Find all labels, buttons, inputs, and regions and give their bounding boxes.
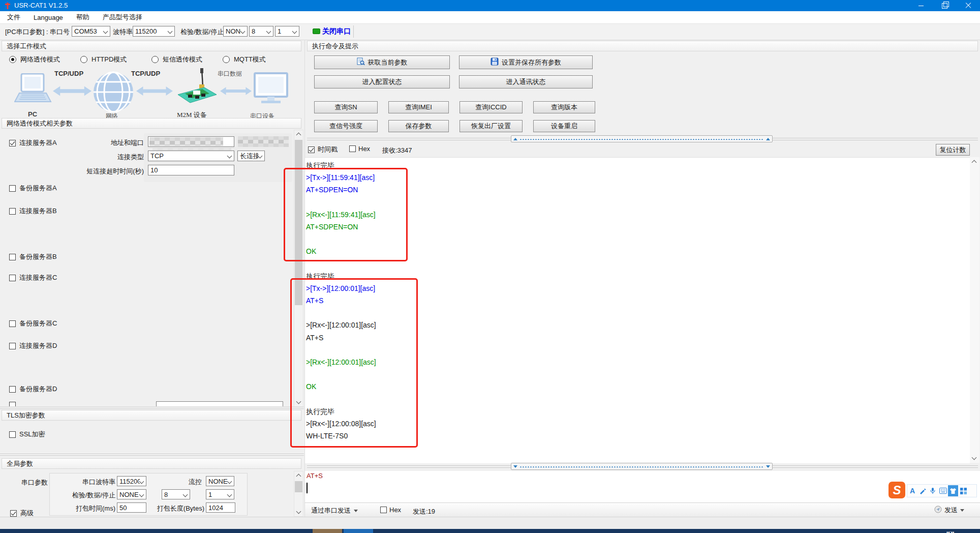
scroll-down-arrow[interactable] xyxy=(970,453,978,462)
ime-mic-icon[interactable] xyxy=(928,485,938,496)
checkbox-icon[interactable] xyxy=(380,507,387,513)
g-stopbits-select[interactable]: 1 xyxy=(206,489,234,499)
log-scrollbar[interactable] xyxy=(970,157,979,463)
command-button[interactable]: 查询IMEI xyxy=(388,101,449,113)
g-baud-select[interactable]: 115200 xyxy=(117,476,146,486)
stopbits-select[interactable]: 1 xyxy=(275,26,299,37)
serial-toolbar: [PC串口参数] : 串口号 COM53 波特率 115200 检验/数据/停止… xyxy=(0,24,980,40)
server-option[interactable]: 备份服务器B xyxy=(9,252,57,261)
set-save-params-button[interactable]: 设置并保存所有参数 xyxy=(459,55,593,69)
pack-time-input[interactable]: 50 xyxy=(117,502,146,513)
server-label: 连接服务器D xyxy=(19,341,57,350)
checkbox-icon[interactable] xyxy=(9,185,16,192)
radio-icon[interactable] xyxy=(151,56,159,63)
ime-keyboard-icon[interactable] xyxy=(938,485,948,496)
enter-config-button[interactable]: 进入配置状态 xyxy=(314,75,450,88)
baud-select[interactable]: 115200 xyxy=(133,26,175,37)
work-mode-option[interactable]: MQTT模式 xyxy=(223,54,280,65)
serial-device-icon xyxy=(253,72,289,107)
checkbox-icon[interactable] xyxy=(9,386,16,393)
checkbox-icon[interactable] xyxy=(10,510,17,517)
checkbox-icon[interactable] xyxy=(9,208,16,215)
link-label: 串口数据 xyxy=(218,70,242,78)
send-via-serial-dropdown[interactable]: 通过串口发送 xyxy=(311,506,358,515)
work-mode-option[interactable]: 网络透传模式 xyxy=(9,54,66,65)
command-button[interactable]: 查信号强度 xyxy=(314,120,378,132)
g-parity-select[interactable]: NONE xyxy=(117,489,146,499)
server-option[interactable]: 连接服务器D xyxy=(9,341,57,350)
databits-select[interactable]: 8 xyxy=(249,26,273,37)
net-params-panel: 连接服务器A 备份服务器A 连接服务器B 备份服务器B 连接服务器C xyxy=(0,133,294,406)
ime-apps-icon[interactable] xyxy=(958,485,968,496)
command-button[interactable]: 设备重启 xyxy=(533,120,595,132)
port-input-redacted[interactable] xyxy=(238,136,289,147)
menu-item[interactable]: 文件 xyxy=(7,13,20,22)
reset-count-button[interactable]: 复位计数 xyxy=(936,144,970,156)
timestamp-option[interactable]: 时间戳 xyxy=(308,145,338,154)
get-params-button[interactable]: 获取当前参数 xyxy=(314,55,450,69)
radio-icon[interactable] xyxy=(80,56,87,63)
conn-mode-select[interactable]: 长连接 xyxy=(237,151,265,161)
checkbox-icon[interactable] xyxy=(9,140,16,146)
scroll-up-arrow[interactable] xyxy=(294,472,303,481)
ime-letter-icon[interactable]: A xyxy=(907,485,917,496)
g-flow-select[interactable]: NONE xyxy=(206,476,234,486)
ime-pen-icon[interactable] xyxy=(917,485,928,496)
global-scrollbar[interactable] xyxy=(294,471,303,517)
work-mode-option[interactable]: HTTPD模式 xyxy=(80,54,137,65)
scroll-down-arrow[interactable] xyxy=(294,507,303,516)
hex-send-option[interactable]: Hex xyxy=(380,506,401,514)
server-option[interactable]: 备份服务器C xyxy=(9,319,57,328)
minimize-button[interactable] xyxy=(909,0,933,11)
close-port-button[interactable]: 关闭串口 xyxy=(322,27,351,36)
checkbox-icon[interactable] xyxy=(9,402,16,406)
menu-item[interactable]: Language xyxy=(34,14,63,21)
timeout-input[interactable]: 10 xyxy=(148,165,234,175)
log-splitter-handle[interactable] xyxy=(511,135,773,142)
ssl-option[interactable]: SSL加密 xyxy=(9,430,45,439)
command-button[interactable]: 查询版本 xyxy=(533,101,595,113)
addr-port-input[interactable] xyxy=(148,136,234,147)
server-option[interactable]: 备份服务器D xyxy=(9,384,57,394)
menu-item[interactable]: 产品型号选择 xyxy=(103,13,142,22)
enter-comm-button[interactable]: 进入通讯状态 xyxy=(459,75,593,88)
checkbox-icon[interactable] xyxy=(308,146,315,153)
checkbox-icon[interactable] xyxy=(9,320,16,327)
send-button[interactable]: 发送 xyxy=(934,506,964,515)
sogou-ime-icon[interactable]: S xyxy=(889,482,905,498)
close-button[interactable] xyxy=(957,0,980,11)
command-button[interactable]: 保存参数 xyxy=(388,120,449,132)
command-button[interactable]: 查询SN xyxy=(314,101,378,113)
server-option[interactable]: 连接服务器A xyxy=(9,138,57,147)
command-button[interactable]: 查询ICCID xyxy=(460,101,523,113)
server-option[interactable]: 备份服务器A xyxy=(9,184,57,193)
work-mode-option[interactable]: 短信透传模式 xyxy=(151,54,208,65)
parity-select[interactable]: NONE xyxy=(223,26,248,37)
checkbox-icon[interactable] xyxy=(9,275,16,281)
hex-recv-option[interactable]: Hex xyxy=(349,145,370,153)
pack-len-input[interactable]: 1024 xyxy=(206,502,235,513)
checkbox-icon[interactable] xyxy=(9,343,16,349)
scrollbar-thumb[interactable] xyxy=(295,481,302,492)
ime-toolbar[interactable]: A xyxy=(907,484,977,497)
close-icon xyxy=(965,3,971,9)
radio-icon[interactable] xyxy=(9,56,16,63)
scroll-up-arrow[interactable] xyxy=(294,131,303,139)
ime-skin-icon[interactable] xyxy=(948,485,958,496)
restore-button[interactable] xyxy=(933,0,956,11)
clipped-input[interactable] xyxy=(156,401,283,406)
g-databits-select[interactable]: 8 xyxy=(162,489,190,499)
com-port-select[interactable]: COM53 xyxy=(72,26,110,37)
send-textarea[interactable]: AT+S S A xyxy=(305,471,980,502)
menu-item[interactable]: 帮助 xyxy=(76,13,89,22)
server-option[interactable]: 连接服务器C xyxy=(9,273,57,282)
checkbox-icon[interactable] xyxy=(9,431,16,438)
radio-icon[interactable] xyxy=(223,56,230,63)
checkbox-icon[interactable] xyxy=(9,254,16,260)
server-option[interactable]: 连接服务器B xyxy=(9,206,57,216)
checkbox-icon[interactable] xyxy=(349,145,356,152)
scroll-up-arrow[interactable] xyxy=(970,158,978,167)
send-splitter-handle[interactable] xyxy=(511,463,773,470)
conn-type-select[interactable]: TCP xyxy=(148,151,234,161)
command-button[interactable]: 恢复出厂设置 xyxy=(460,120,523,132)
